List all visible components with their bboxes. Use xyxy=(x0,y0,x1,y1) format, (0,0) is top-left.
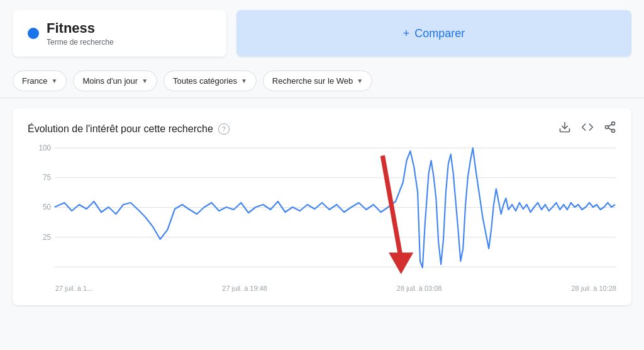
x-label-3: 28 juil. à 03:08 xyxy=(397,285,442,292)
filter-bar: France ▼ Moins d'un jour ▼ Toutes catégo… xyxy=(0,64,644,98)
share-icon[interactable] xyxy=(604,121,616,137)
search-term-type: Terme de recherche xyxy=(47,38,114,47)
compare-card[interactable]: + Comparer xyxy=(236,10,631,57)
top-section: Fitness Terme de recherche + Comparer xyxy=(0,0,644,64)
help-icon[interactable]: ? xyxy=(218,123,230,135)
chart-section: Évolution de l'intérêt pour cette recher… xyxy=(13,108,631,305)
svg-text:75: 75 xyxy=(43,173,51,182)
x-label-4: 28 juil. à 10:28 xyxy=(571,285,616,292)
svg-line-4 xyxy=(608,128,612,130)
chevron-down-icon: ▼ xyxy=(241,77,247,84)
trend-chart: 100 75 50 25 xyxy=(28,142,616,280)
filter-search-type-label: Recherche sur le Web xyxy=(272,76,353,86)
filter-category[interactable]: Toutes catégories ▼ xyxy=(164,71,257,91)
chart-header: Évolution de l'intérêt pour cette recher… xyxy=(28,121,616,137)
chevron-down-icon: ▼ xyxy=(142,77,148,84)
filter-period[interactable]: Moins d'un jour ▼ xyxy=(73,71,157,91)
chart-title: Évolution de l'intérêt pour cette recher… xyxy=(28,123,213,135)
search-term-title: Fitness xyxy=(47,20,114,37)
x-label-2: 27 juil. à 19:48 xyxy=(222,285,267,292)
filter-country-label: France xyxy=(22,76,47,86)
chevron-down-icon: ▼ xyxy=(51,77,57,84)
chart-wrapper: 100 75 50 25 27 juil. à 1... 27 juil. à … xyxy=(28,142,616,293)
filter-period-label: Moins d'un jour xyxy=(82,76,138,86)
filter-category-label: Toutes catégories xyxy=(173,76,237,86)
x-label-1: 27 juil. à 1... xyxy=(55,285,92,292)
search-term-card: Fitness Terme de recherche xyxy=(13,10,226,57)
filter-search-type[interactable]: Recherche sur le Web ▼ xyxy=(263,71,372,91)
svg-text:50: 50 xyxy=(43,203,51,212)
search-term-text: Fitness Terme de recherche xyxy=(47,20,114,47)
svg-text:25: 25 xyxy=(43,233,51,242)
chart-title-group: Évolution de l'intérêt pour cette recher… xyxy=(28,123,230,135)
download-icon[interactable] xyxy=(558,121,571,137)
svg-text:100: 100 xyxy=(39,144,52,152)
svg-line-5 xyxy=(608,125,612,127)
compare-label: + Comparer xyxy=(403,27,465,40)
blue-dot-icon xyxy=(28,28,39,39)
chart-actions xyxy=(558,121,616,137)
chevron-down-icon: ▼ xyxy=(357,77,363,84)
embed-icon[interactable] xyxy=(581,121,594,137)
filter-country[interactable]: France ▼ xyxy=(13,71,67,91)
x-axis-labels: 27 juil. à 1... 27 juil. à 19:48 28 juil… xyxy=(28,282,616,292)
plus-icon: + xyxy=(403,27,410,40)
